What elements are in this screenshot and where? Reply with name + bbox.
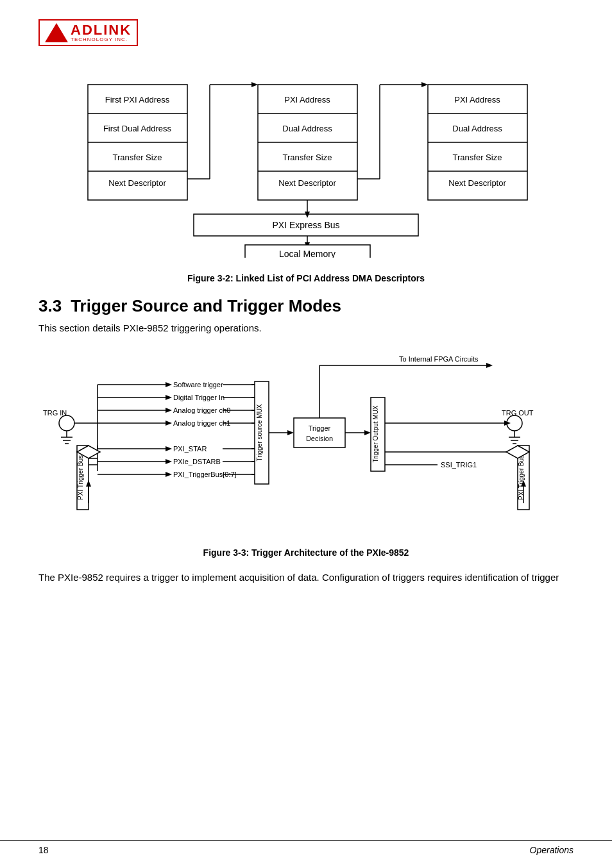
svg-marker-11 <box>251 82 258 87</box>
svg-text:Analog trigger ch0: Analog trigger ch0 <box>173 406 230 414</box>
svg-point-42 <box>59 415 74 431</box>
svg-marker-23 <box>421 82 428 87</box>
section33-heading: 3.3 Trigger Source and Trigger Modes <box>38 296 574 316</box>
svg-text:PXI Express Bus: PXI Express Bus <box>272 220 339 230</box>
footer-page-number: 18 <box>38 845 49 855</box>
svg-marker-56 <box>166 421 172 426</box>
svg-marker-103 <box>486 363 493 368</box>
svg-text:Dual Address: Dual Address <box>282 124 332 133</box>
svg-text:Next Descriptor: Next Descriptor <box>278 178 336 188</box>
svg-text:TRG OUT: TRG OUT <box>502 409 534 417</box>
svg-text:Trigger: Trigger <box>309 424 331 432</box>
svg-text:PXI Address: PXI Address <box>284 95 330 104</box>
logo-area: ADLINK TECHNOLOGY INC. <box>38 19 574 46</box>
svg-text:PXIe_DSTARB: PXIe_DSTARB <box>173 458 221 465</box>
svg-text:PXI_STAR: PXI_STAR <box>173 445 207 453</box>
section-title: Trigger Source and Trigger Modes <box>71 296 341 316</box>
logo-text: ADLINK TECHNOLOGY INC. <box>71 23 132 42</box>
svg-marker-93 <box>287 430 294 435</box>
svg-text:SSI_TRIG1: SSI_TRIG1 <box>441 461 477 469</box>
figure32-area: First PXI Address First Dual Address Tra… <box>38 72 574 283</box>
svg-text:Local Memory: Local Memory <box>279 249 336 258</box>
svg-marker-68 <box>166 446 172 451</box>
svg-text:TRG IN: TRG IN <box>43 409 67 417</box>
svg-text:Analog trigger ch1: Analog trigger ch1 <box>173 419 230 427</box>
section-number: 3.3 <box>38 296 62 316</box>
figure33-caption: Figure 3-3: Trigger Architecture of the … <box>38 547 574 558</box>
footer-section-label: Operations <box>530 845 574 855</box>
svg-marker-54 <box>166 408 172 413</box>
svg-text:Transfer Size: Transfer Size <box>113 153 162 162</box>
svg-marker-98 <box>364 430 371 435</box>
svg-text:Trigger source MUX: Trigger source MUX <box>256 404 263 461</box>
section33-intro: This section details PXIe-9852 triggerin… <box>38 322 574 333</box>
svg-text:Decision: Decision <box>306 435 333 442</box>
svg-text:To Internal FPGA Circuits: To Internal FPGA Circuits <box>399 355 479 363</box>
svg-marker-70 <box>166 459 172 464</box>
svg-text:Dual Address: Dual Address <box>452 124 502 133</box>
svg-text:First Dual Address: First Dual Address <box>103 124 172 133</box>
svg-text:Digital Trigger In: Digital Trigger In <box>173 394 225 401</box>
logo-subtitle: TECHNOLOGY INC. <box>71 37 132 42</box>
svg-text:Trigger Output MUX: Trigger Output MUX <box>372 405 379 462</box>
figure33-diagram: TRG IN Software trigger <box>40 346 572 538</box>
svg-text:Software trigger: Software trigger <box>173 381 223 388</box>
svg-text:PXI Address: PXI Address <box>454 95 500 104</box>
svg-rect-94 <box>294 418 345 447</box>
svg-marker-50 <box>166 382 172 387</box>
svg-text:First PXI Address: First PXI Address <box>105 95 170 104</box>
svg-text:Transfer Size: Transfer Size <box>283 153 332 162</box>
svg-text:Next Descriptor: Next Descriptor <box>108 178 166 188</box>
logo-triangle-icon <box>45 23 68 42</box>
svg-marker-52 <box>166 395 172 400</box>
logo-company: ADLINK <box>71 23 132 37</box>
svg-text:Next Descriptor: Next Descriptor <box>448 178 506 188</box>
footer: 18 Operations <box>0 840 612 855</box>
svg-text:Transfer Size: Transfer Size <box>453 153 502 162</box>
svg-text:PXI Trigger Bus: PXI Trigger Bus <box>77 455 84 500</box>
figure32-caption: Figure 3-2: Linked List of PCI Address D… <box>38 273 574 283</box>
bottom-paragraph: The PXIe-9852 requires a trigger to impl… <box>38 571 574 585</box>
svg-marker-72 <box>166 472 172 477</box>
logo-box: ADLINK TECHNOLOGY INC. <box>38 19 138 46</box>
dma-diagram: First PXI Address First Dual Address Tra… <box>81 72 531 264</box>
